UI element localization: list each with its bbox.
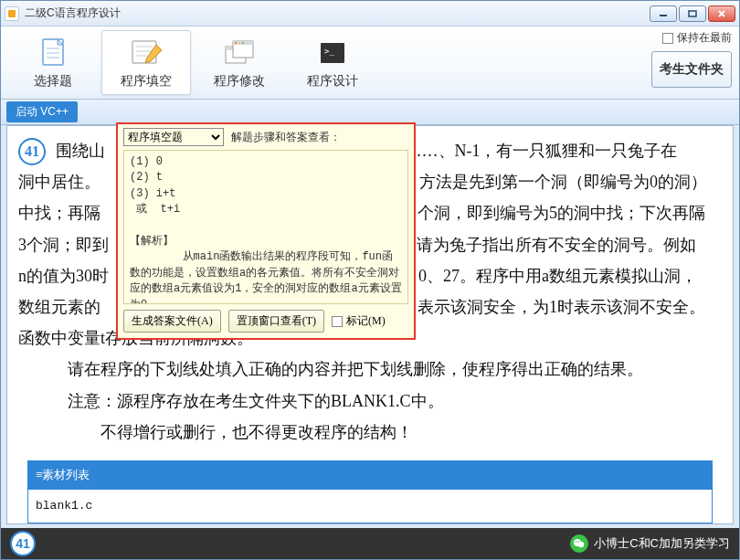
text: 方法是先到第一个洞（即编号为0的洞） — [419, 173, 707, 191]
windows-icon — [221, 37, 258, 69]
button-label: 生成答案文件(A) — [132, 314, 213, 327]
launch-vc-label: 启动 VC++ — [16, 105, 69, 118]
text: 3个洞；即到 — [18, 236, 109, 254]
generate-answer-button[interactable]: 生成答案文件(A) — [123, 310, 221, 333]
text: 请为兔子指出所有不安全的洞号。例如 — [417, 236, 696, 254]
text: 0、27。程序中用a数组元素模拟山洞， — [418, 267, 697, 285]
page-number-badge[interactable]: 41 — [10, 531, 36, 556]
keep-on-top-checkbox[interactable]: 保持在最前 — [662, 30, 732, 46]
terminal-icon: >_ — [314, 37, 351, 69]
question-number: 41 — [18, 138, 46, 165]
edit-document-icon — [128, 37, 164, 69]
tab-label: 选择题 — [34, 73, 72, 90]
svg-point-22 — [578, 541, 580, 543]
text: 不得增行或删行，也不得更改程序的结构！ — [18, 417, 722, 448]
app-window: 二级C语言程序设计 选择题 程序填空 — [0, 0, 740, 560]
maximize-button[interactable] — [679, 5, 706, 22]
popup-label: 解题步骤和答案查看： — [231, 130, 341, 145]
svg-rect-1 — [689, 11, 696, 16]
tab-fill-blank[interactable]: 程序填空 — [101, 30, 191, 95]
popup-body[interactable]: (1) 0 (2) t (3) i+t 或 t+i 【解析】 从main函数输出… — [123, 150, 408, 304]
popup-header: 程序填空题 解题步骤和答案查看： — [118, 124, 414, 150]
tab-select-question[interactable]: 选择题 — [8, 30, 98, 95]
minimize-button[interactable] — [650, 5, 677, 22]
text: 围绕山 — [56, 142, 105, 160]
checkbox-icon — [332, 316, 343, 327]
material-file[interactable]: blank1.c — [28, 490, 712, 523]
sub-toolbar: 启动 VC++ — [1, 100, 739, 125]
tab-label: 程序修改 — [214, 73, 265, 90]
text: n的值为30时 — [18, 267, 109, 285]
tab-label: 程序填空 — [121, 73, 172, 90]
text: 表示该洞安全，为1时表示该洞不安全。 — [418, 298, 705, 316]
svg-point-14 — [235, 42, 237, 44]
material-header: ≡素材列表 — [28, 461, 712, 490]
text: 洞中居住。 — [18, 173, 100, 191]
titlebar: 二级C语言程序设计 — [1, 1, 739, 26]
text: 个洞，即到编号为5的洞中找；下次再隔 — [418, 204, 705, 222]
launch-vc-button[interactable]: 启动 VC++ — [6, 101, 78, 122]
material-list: ≡素材列表 blank1.c — [27, 460, 713, 523]
text: 注意：源程序存放在考生文件夹下的BLANK1.C中。 — [18, 386, 722, 417]
view-on-top-button[interactable]: 置顶窗口查看(T) — [228, 310, 324, 333]
svg-rect-0 — [660, 15, 667, 16]
candidate-folder-button[interactable]: 考生文件夹 — [651, 51, 732, 88]
footer: 41 小博士C和C加加另类学习 — [1, 528, 739, 559]
toolbar-right: 保持在最前 考生文件夹 — [650, 26, 734, 99]
credit-text: 小博士C和C加加另类学习 — [594, 535, 730, 552]
answer-popup: 程序填空题 解题步骤和答案查看： (1) 0 (2) t (3) i+t 或 t… — [116, 122, 416, 340]
text: 中找；再隔 — [18, 204, 100, 222]
svg-point-20 — [578, 542, 584, 547]
svg-text:>_: >_ — [324, 47, 334, 56]
button-label: 置顶窗口查看(T) — [237, 314, 316, 327]
wechat-icon — [570, 534, 588, 553]
svg-point-15 — [238, 42, 240, 44]
mark-label: 标记(M) — [346, 313, 386, 329]
window-title: 二级C语言程序设计 — [25, 5, 650, 21]
svg-point-16 — [242, 42, 244, 44]
svg-point-21 — [576, 541, 577, 543]
text: 请在程序的下划线处填入正确的内容并把下划线删除，使程序得出正确的结果。 — [18, 354, 722, 385]
folder-label: 考生文件夹 — [660, 61, 724, 76]
text: ……、N-1，有一只狐狸和一只兔子在 — [406, 142, 678, 160]
checkbox-icon — [662, 33, 673, 44]
window-controls — [650, 5, 735, 22]
close-button[interactable] — [708, 5, 735, 22]
question-type-select[interactable]: 程序填空题 — [123, 128, 224, 146]
keep-top-label: 保持在最前 — [677, 30, 732, 46]
mark-checkbox[interactable]: 标记(M) — [332, 313, 386, 329]
tab-modify-program[interactable]: 程序修改 — [195, 30, 284, 95]
app-icon — [5, 6, 19, 21]
document-icon — [35, 37, 71, 69]
popup-footer: 生成答案文件(A) 置顶窗口查看(T) 标记(M) — [118, 304, 414, 338]
tab-label: 程序设计 — [307, 73, 358, 90]
tab-design-program[interactable]: >_ 程序设计 — [288, 30, 377, 95]
text: 数组元素的 — [18, 298, 100, 316]
main-toolbar: 选择题 程序填空 程序修改 >_ 程序设计 保持在最前 — [1, 26, 739, 100]
